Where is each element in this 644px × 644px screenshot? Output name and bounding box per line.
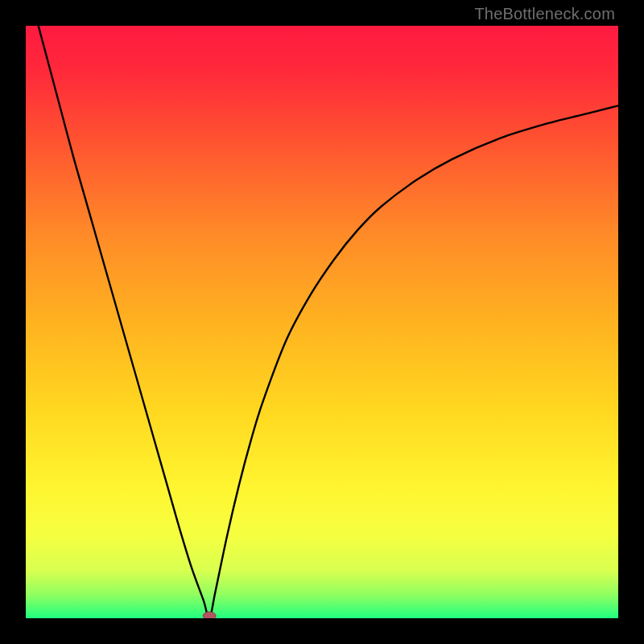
- plot-area: [26, 26, 618, 618]
- bottleneck-curve: [26, 26, 618, 618]
- minimum-marker: [203, 612, 216, 618]
- chart-frame: TheBottleneck.com: [0, 0, 644, 644]
- watermark-text: TheBottleneck.com: [474, 5, 615, 23]
